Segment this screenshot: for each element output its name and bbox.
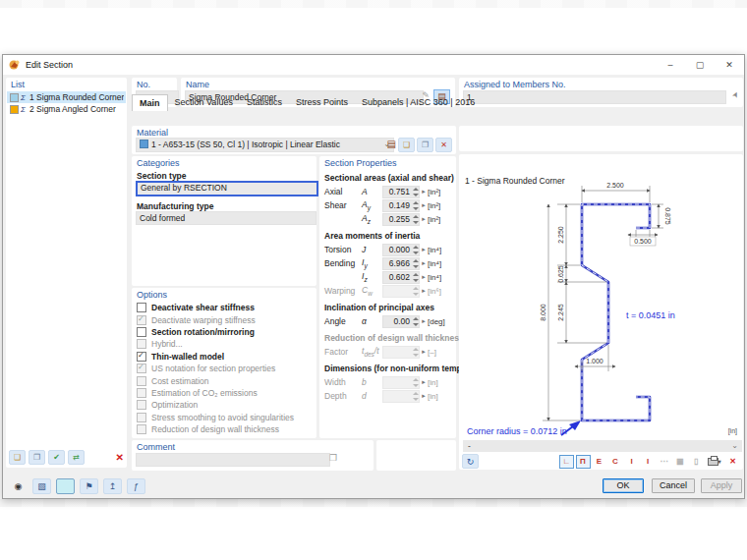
detail-arrow-icon[interactable]: ▸ <box>420 201 428 209</box>
option-deactivate-warping-stiffness[interactable]: Deactivate warping stiffness <box>136 313 315 325</box>
i-beam-section-icon[interactable]: I <box>641 455 656 469</box>
property-row-az: Az0.255▸[in²] <box>324 212 454 226</box>
material-library-icon[interactable]: ▤ <box>387 138 396 152</box>
copy-section-icon[interactable]: ❐ <box>29 450 45 465</box>
detail-arrow-icon[interactable]: ▸ <box>420 273 428 281</box>
color-swatch-icon[interactable] <box>56 478 75 494</box>
material-select[interactable]: 1 - A653-15 (SS 50, Cl 1) | Isotropic | … <box>136 138 394 152</box>
spinner-icon[interactable] <box>412 246 418 254</box>
share-icon[interactable]: ↥ <box>103 478 122 494</box>
property-value-field[interactable]: 0.149 <box>382 199 420 212</box>
property-value-field[interactable]: 0.00 <box>382 315 420 328</box>
graphic-overlay-select[interactable]: -⌄ <box>463 440 742 452</box>
spinner-icon[interactable] <box>412 201 418 210</box>
option-label: Stress smoothing to avoid singularities <box>151 413 294 422</box>
comment-field[interactable] <box>136 453 330 467</box>
ok-button[interactable]: OK <box>603 478 644 493</box>
detail-arrow-icon[interactable]: ▸ <box>420 188 428 196</box>
option-deactivate-shear-stiffness[interactable]: Deactivate shear stiffness <box>136 302 315 313</box>
dashes-icon[interactable]: ⋯ <box>657 455 671 469</box>
tab-section-values[interactable]: Section Values <box>168 94 240 110</box>
hat-section-icon[interactable]: Π <box>576 455 591 469</box>
option-estimation-of-co-emissions[interactable]: Estimation of CO₂ emissions <box>136 387 315 399</box>
close-button[interactable]: ✕ <box>715 55 744 75</box>
section-type-field[interactable]: General by RSECTION <box>136 181 318 196</box>
minimize-button[interactable]: – <box>656 55 685 75</box>
svg-text:0.500: 0.500 <box>634 238 652 245</box>
option-us-notation-for-section-properties[interactable]: US notation for section properties <box>136 363 315 374</box>
detail-arrow-icon[interactable]: ▸ <box>420 378 428 386</box>
sigma-section-icon: Σ <box>21 93 29 102</box>
maximize-button[interactable]: ▢ <box>685 55 715 75</box>
option-reduction-of-design-wall-thickness[interactable]: Reduction of design wall thickness <box>136 423 315 435</box>
dialog-titlebar[interactable]: Edit Section – ▢ ✕ <box>3 55 744 75</box>
option-hybrid[interactable]: Hybrid... <box>136 338 315 350</box>
spinner-icon[interactable] <box>412 215 418 224</box>
property-value-field[interactable]: 0.602 <box>382 271 420 284</box>
categories-label: Categories <box>137 158 180 168</box>
tab-subpanels-aisc-360-2016[interactable]: Subpanels | AISC 360 | 2016 <box>355 94 482 110</box>
property-row-depth: Depthd▸[in] <box>324 389 454 403</box>
picture-icon[interactable]: ▧ <box>32 478 51 494</box>
assigned-members-field[interactable]: 1 <box>463 90 726 104</box>
spinner-icon[interactable] <box>412 317 418 326</box>
check-sections-icon[interactable]: ✔ <box>48 450 65 465</box>
footer-toolbar: ◉▧⚑↥ƒ <box>9 478 145 494</box>
option-cost-estimation[interactable]: Cost estimation <box>136 374 315 386</box>
manufacturing-type-field[interactable]: Cold formed <box>136 211 316 225</box>
detail-arrow-icon[interactable]: ▸ <box>420 348 428 356</box>
spinner-icon[interactable] <box>412 273 418 282</box>
property-value-field[interactable]: 6.966 <box>382 257 420 270</box>
detail-arrow-icon[interactable]: ▸ <box>420 215 428 223</box>
spinner-icon[interactable] <box>412 188 418 196</box>
list-item-sigma-angled-corner[interactable]: Σ2 Sigma Angled Corner <box>7 103 126 115</box>
refresh-view-icon[interactable]: ↻ <box>462 454 479 469</box>
options-panel: Options Deactivate shear stiffnessDeacti… <box>132 288 316 438</box>
magnifier-icon[interactable]: ◉ <box>9 478 28 494</box>
c-section-icon[interactable]: C <box>608 455 623 469</box>
layers-icon[interactable]: ⚑ <box>80 478 98 494</box>
new-material-icon[interactable]: ❏ <box>398 138 415 152</box>
corner-section-icon[interactable]: ∟ <box>559 455 574 469</box>
formula-icon[interactable]: ƒ <box>127 478 145 494</box>
option-stress-smoothing-to-avoid-singularities[interactable]: Stress smoothing to avoid singularities <box>136 412 315 423</box>
renumber-sections-icon[interactable]: ⇄ <box>68 450 85 465</box>
tab-main[interactable]: Main <box>132 94 168 111</box>
spinner-icon <box>412 287 418 296</box>
tab-statistics[interactable]: Statistics <box>240 94 289 110</box>
property-value-field[interactable]: 0.000 <box>382 244 420 256</box>
tab-stress-points[interactable]: Stress Points <box>289 94 355 110</box>
property-symbol: Iy <box>362 257 382 269</box>
new-section-icon[interactable]: ❏ <box>9 450 26 465</box>
grid-icon[interactable]: ▦ <box>673 455 688 469</box>
option-thin-walled-model[interactable]: Thin-walled model <box>136 351 315 363</box>
delete-material-icon[interactable]: ✕ <box>435 138 452 152</box>
spinner-icon <box>412 378 418 387</box>
detail-arrow-icon[interactable]: ▸ <box>420 287 428 295</box>
property-value-field[interactable]: 0.751 <box>382 186 420 198</box>
cancel-button[interactable]: Cancel <box>652 478 695 493</box>
option-optimization[interactable]: Optimization <box>136 399 315 411</box>
bar-icon[interactable]: ▯ <box>689 455 704 469</box>
i-section-icon[interactable]: I <box>624 455 639 469</box>
pick-members-icon[interactable]: ➤ <box>730 90 741 100</box>
zoom-reset-icon[interactable]: ✕ <box>725 455 740 469</box>
apply-button[interactable]: Apply <box>701 478 742 493</box>
property-symbol: Iz <box>362 271 382 283</box>
spinner-icon[interactable] <box>412 259 418 268</box>
option-section-rotation-mirroring[interactable]: Section rotation/mirroring <box>136 326 315 338</box>
printer-icon[interactable]: ▾ <box>706 455 724 469</box>
comment-panel: Comment ❐ <box>132 440 374 471</box>
detail-arrow-icon[interactable]: ▸ <box>420 392 428 400</box>
property-value-field[interactable]: 0.255 <box>382 213 420 226</box>
detail-arrow-icon[interactable]: ▸ <box>420 317 428 325</box>
list-item-sigma-rounded-corner[interactable]: Σ1 Sigma Rounded Corner <box>7 91 126 103</box>
copy-material-icon[interactable]: ❐ <box>417 138 433 152</box>
delete-section-icon[interactable]: ✕ <box>116 452 124 463</box>
checkbox-icon <box>137 364 146 373</box>
detail-arrow-icon[interactable]: ▸ <box>420 259 428 267</box>
property-value-field <box>382 285 420 298</box>
e-section-icon[interactable]: E <box>592 455 606 469</box>
detail-arrow-icon[interactable]: ▸ <box>420 246 428 253</box>
copy-comment-icon[interactable]: ❐ <box>329 453 337 463</box>
